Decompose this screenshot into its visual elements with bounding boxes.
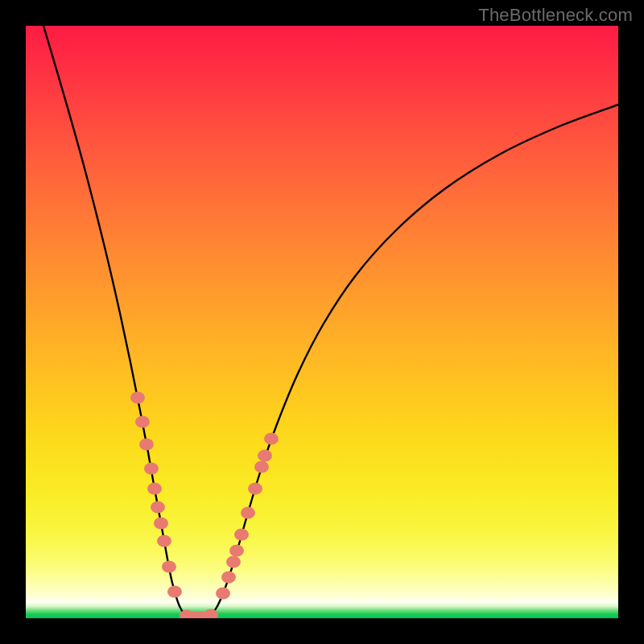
data-point-marker: [241, 507, 255, 519]
plot-area: [26, 26, 618, 618]
data-point-marker: [157, 535, 171, 547]
data-point-marker: [204, 609, 218, 619]
data-point-marker: [162, 561, 176, 573]
data-point-marker: [234, 529, 249, 541]
data-point-marker: [221, 572, 236, 584]
data-point-marker: [264, 433, 279, 445]
data-point-marker: [258, 450, 272, 462]
curve-layer: [26, 26, 618, 618]
data-point-marker: [167, 586, 182, 598]
bottleneck-curve: [43, 26, 618, 618]
data-point-marker: [216, 588, 230, 600]
data-point-marker: [130, 392, 145, 404]
data-point-marker: [139, 439, 154, 451]
data-point-marker: [254, 461, 269, 473]
data-point-marker: [248, 483, 262, 495]
data-point-marker: [144, 463, 159, 475]
data-point-marker: [151, 502, 165, 514]
data-point-marker: [226, 556, 241, 568]
chart-frame: TheBottleneck.com: [0, 0, 644, 644]
data-point-marker: [147, 483, 162, 495]
data-point-marker: [154, 518, 168, 530]
data-point-marker: [229, 545, 244, 557]
watermark-text: TheBottleneck.com: [478, 5, 633, 26]
data-point-marker: [135, 416, 150, 428]
